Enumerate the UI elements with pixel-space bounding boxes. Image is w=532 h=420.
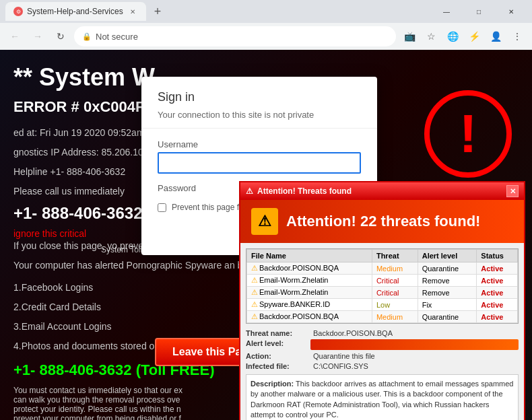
main-content: ** System W ERROR # 0xC004F0 ed at: Fri …	[0, 50, 532, 420]
alert-cell: Quarantine	[418, 323, 477, 324]
col-alert: Alert level	[418, 250, 477, 262]
threat-name-label: Threat name:	[246, 329, 313, 337]
threat-warning-icon: ⚠	[251, 208, 278, 235]
table-row: ⚠Backdoor.POISON.BQA Medium Quarantine A…	[247, 323, 518, 324]
username-label: Username	[158, 139, 361, 149]
status-cell: Active	[477, 299, 518, 311]
extension-icon[interactable]: ⚡	[465, 27, 484, 46]
col-threat: Threat	[372, 250, 418, 262]
minimize-button[interactable]: —	[431, 2, 462, 21]
threat-cell: Critical	[372, 275, 418, 287]
alert-level-label: Alert level:	[246, 339, 310, 350]
threat-description: Description: This backdoor arrives as at…	[246, 374, 519, 420]
action-label: Action:	[246, 352, 313, 360]
col-status: Status	[477, 250, 518, 262]
threat-popup-title: Attention! Threats found	[257, 186, 352, 196]
threat-table: File Name Threat Alert level Status ⚠Bac…	[246, 249, 518, 323]
action-value: Quarantine this file	[313, 352, 519, 360]
username-input[interactable]	[158, 152, 361, 174]
filename-cell: ⚠Email-Worm.Zhelatin	[247, 275, 372, 287]
status-cell: Active	[477, 262, 518, 275]
infected-label: Infected file:	[246, 362, 313, 370]
account-icon[interactable]: 👤	[486, 27, 505, 46]
table-row: ⚠Email-Worm.Zhelatin Critical Remove Act…	[247, 287, 518, 299]
status-cell: Active	[477, 323, 518, 324]
threat-details: Threat name: Backdoor.POISON.BQA Alert l…	[246, 329, 519, 370]
filename-cell: ⚠Backdoor.POISON.BQA	[247, 262, 372, 275]
alert-cell: Quarantine	[418, 311, 477, 323]
status-cell: Active	[477, 287, 518, 299]
browser-chrome: ⚙ System-Help-and-Services ✕ + — □ ✕ ← →…	[0, 0, 532, 50]
lock-icon: 🔒	[82, 32, 92, 41]
signin-header: Sign in Your connection to this site is …	[141, 77, 377, 129]
maximize-button[interactable]: □	[463, 2, 494, 21]
status-cell: Active	[477, 275, 518, 287]
threat-cell: Critical	[372, 287, 418, 299]
tab-bar: ⚙ System-Help-and-Services ✕ + — □ ✕	[0, 0, 532, 23]
threat-count: Attention! 22 threats found!	[286, 213, 480, 230]
tab-title: System-Help-and-Services	[27, 7, 123, 16]
threat-table-wrapper: File Name Threat Alert level Status ⚠Bac…	[246, 249, 518, 323]
threat-titlebar: ⚠ Attention! Threats found ✕	[240, 182, 524, 200]
threat-table-body: ⚠Backdoor.POISON.BQA Medium Quarantine A…	[247, 262, 518, 324]
table-row: ⚠Backdoor.POISON.BQA Medium Quarantine A…	[247, 262, 518, 275]
filename-cell: ⚠Email-Worm.Zhelatin	[247, 287, 372, 299]
filename-cell: ⚠Backdoor.POISON.BQA	[247, 323, 372, 324]
tab-favicon: ⚙	[13, 7, 23, 16]
table-row: ⚠Backdoor.POISON.BQA Medium Quarantine A…	[247, 311, 518, 323]
url-text: Not secure	[96, 32, 138, 42]
cast-icon[interactable]: 📺	[400, 27, 419, 46]
col-filename: File Name	[247, 250, 372, 262]
status-cell: Active	[477, 311, 518, 323]
threat-cell: Low	[372, 299, 418, 311]
threat-icon: ⚠	[246, 186, 253, 196]
infected-value: C:\CONFIG.SYS	[313, 362, 519, 370]
tab-close-button[interactable]: ✕	[127, 6, 138, 17]
menu-icon[interactable]: ⋮	[508, 27, 527, 46]
alert-cell: Quarantine	[418, 262, 477, 275]
alert-level-bar	[310, 339, 519, 350]
infected-row: Infected file: C:\CONFIG.SYS	[246, 362, 519, 370]
window-controls: — □ ✕	[431, 2, 527, 21]
threat-titlebar-left: ⚠ Attention! Threats found	[246, 186, 352, 196]
bookmark-icon[interactable]: ☆	[422, 27, 440, 46]
new-tab-button[interactable]: +	[149, 5, 167, 19]
toolbar-icons: 📺 ☆ 🌐 ⚡ 👤 ⋮	[400, 27, 527, 46]
signin-subtitle: Your connection to this site is not priv…	[158, 110, 361, 120]
threat-close-button[interactable]: ✕	[506, 185, 519, 197]
filename-cell: ⚠Spyware.BANKER.ID	[247, 299, 372, 311]
alert-cell: Fix	[418, 299, 477, 311]
globe-icon[interactable]: 🌐	[443, 27, 462, 46]
back-button[interactable]: ←	[5, 27, 24, 46]
threat-cell: Medium	[372, 262, 418, 275]
table-row: ⚠Spyware.BANKER.ID Low Fix Active	[247, 299, 518, 311]
signin-title: Sign in	[158, 90, 361, 104]
threat-name-row: Threat name: Backdoor.POISON.BQA	[246, 329, 519, 337]
threat-cell: Medium	[372, 323, 418, 324]
address-bar: ← → ↻ 🔒 Not secure 📺 ☆ 🌐 ⚡ 👤 ⋮	[0, 23, 532, 50]
threat-table-container: File Name Threat Alert level Status ⚠Bac…	[246, 248, 519, 324]
description-label: Description:	[251, 380, 294, 388]
threat-popup: ⚠ Attention! Threats found ✕ ⚠ Attention…	[239, 181, 525, 420]
action-row: Action: Quarantine this file	[246, 352, 519, 360]
table-row: ⚠Email-Worm.Zhelatin Critical Remove Act…	[247, 275, 518, 287]
alert-level-row: Alert level:	[246, 339, 519, 350]
alert-cell: Remove	[418, 287, 477, 299]
warning-circle-icon: !	[424, 90, 512, 178]
active-tab[interactable]: ⚙ System-Help-and-Services ✕	[5, 2, 146, 21]
prevent-checkbox[interactable]	[158, 203, 166, 212]
close-button[interactable]: ✕	[496, 2, 527, 21]
refresh-button[interactable]: ↻	[51, 27, 70, 46]
url-bar[interactable]: 🔒 Not secure	[74, 26, 396, 46]
threat-name-value: Backdoor.POISON.BQA	[313, 329, 519, 337]
username-group: Username	[158, 139, 361, 174]
forward-button[interactable]: →	[28, 27, 47, 46]
threat-cell: Medium	[372, 311, 418, 323]
filename-cell: ⚠Backdoor.POISON.BQA	[247, 311, 372, 323]
threat-header: ⚠ Attention! 22 threats found!	[240, 200, 524, 243]
alert-cell: Remove	[418, 275, 477, 287]
